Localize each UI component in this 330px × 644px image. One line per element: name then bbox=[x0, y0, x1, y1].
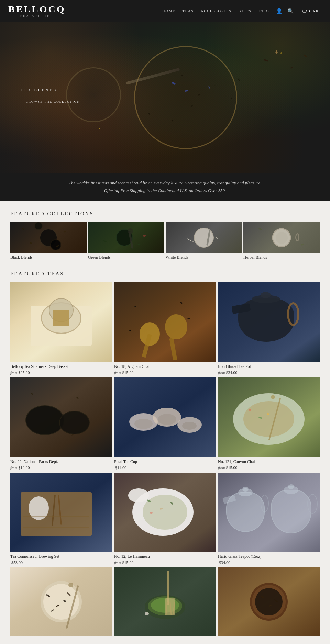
search-icon[interactable]: 🔍 bbox=[287, 8, 294, 14]
nav-teas[interactable]: TEAS bbox=[182, 9, 194, 13]
tea-item-national-parks[interactable]: No. 22, National Parks Dept. from$19.00 bbox=[10, 377, 112, 471]
tea-afghani-price: from$15.00 bbox=[114, 370, 216, 375]
collection-green-label: Green Blends bbox=[88, 255, 164, 260]
collection-herbal-img bbox=[243, 222, 320, 253]
collections-grid: Black Blends Green Blends bbox=[10, 222, 320, 260]
bottom-item-3[interactable] bbox=[218, 567, 320, 636]
tea-petalcup-img-wrap bbox=[114, 377, 216, 457]
tea-ironteapot-price: from$34.00 bbox=[218, 370, 320, 375]
user-icon[interactable]: 👤 bbox=[276, 8, 283, 14]
nav-gifts[interactable]: GIFTS bbox=[239, 9, 252, 13]
tea-ironteapot-img-wrap bbox=[218, 282, 320, 362]
tea-afghani-name: No. 18, Afghani Chai bbox=[114, 364, 216, 370]
bottom-item-2[interactable] bbox=[114, 567, 216, 636]
collection-black-label: Black Blends bbox=[10, 255, 87, 260]
tea-hario-img-wrap bbox=[218, 473, 320, 552]
tagline-bar: The world's finest teas and scents shoul… bbox=[0, 173, 330, 201]
tea-strainer-img bbox=[10, 282, 112, 362]
tea-afghani-img-wrap bbox=[114, 282, 216, 362]
logo-sub: TEA ATELIER bbox=[8, 15, 65, 18]
tea-brewingset-name: Tea Connoisseur Brewing Set bbox=[10, 554, 112, 560]
tea-canyonchai-name: No. 121, Canyon Chai bbox=[218, 459, 320, 465]
svg-point-1 bbox=[305, 13, 306, 13]
tea-petalcup-img bbox=[114, 377, 216, 457]
tea-lehammeau-name: No. 12, Le Hammeau bbox=[114, 554, 216, 560]
tea-item-hario[interactable]: Hario Glass Teapot (15oz) $34.00 bbox=[218, 473, 320, 566]
svg-point-0 bbox=[303, 13, 304, 13]
tea-item-le-hammeau[interactable]: No. 12, Le Hammeau from$15.00 bbox=[114, 473, 216, 566]
tea-strainer-price: from$25.00 bbox=[10, 370, 112, 375]
hero-tag: TEA BLENDS bbox=[21, 88, 85, 92]
cart-button[interactable]: CART bbox=[301, 9, 322, 13]
nav-accessories[interactable]: ACCESSORIES bbox=[201, 9, 232, 13]
nav-home[interactable]: HOME bbox=[162, 9, 175, 13]
main-content: FEATURED COLLECTIONS Black Blends bbox=[0, 201, 330, 644]
collection-herbal-blends[interactable]: Herbal Blends bbox=[243, 222, 320, 260]
tagline: The world's finest teas and scents shoul… bbox=[14, 179, 316, 194]
tagline-line1: The world's finest teas and scents shoul… bbox=[69, 180, 262, 185]
featured-teas-title: FEATURED TEAS bbox=[10, 271, 320, 277]
collection-white-img bbox=[166, 222, 242, 253]
cart-icon bbox=[301, 9, 307, 13]
hero-banner: ✦ TEA BLENDS BROWSE THE COLLECTION bbox=[0, 22, 330, 173]
collection-herbal-label: Herbal Blends bbox=[243, 255, 320, 260]
tea-item-afghani[interactable]: No. 18, Afghani Chai from$15.00 bbox=[114, 282, 216, 375]
nav-icons: 👤 🔍 bbox=[276, 8, 294, 14]
tea-national-price: from$19.00 bbox=[10, 465, 112, 471]
nav-links: HOME TEAS ACCESSORIES GIFTS INFO 👤 🔍 CAR… bbox=[162, 8, 322, 14]
tea-item-iron-teapot[interactable]: Iron Glazed Tea Pot from$34.00 bbox=[218, 282, 320, 375]
navigation: BELLOCQ TEA ATELIER HOME TEAS ACCESSORIE… bbox=[0, 0, 330, 22]
tea-item-petal-cup[interactable]: Petal Tea Cup $14.00 bbox=[114, 377, 216, 471]
collection-black-blends[interactable]: Black Blends bbox=[10, 222, 87, 260]
nav-info[interactable]: INFO bbox=[258, 9, 270, 13]
collection-green-img bbox=[88, 222, 164, 253]
tagline-line2: Offering Free Shipping to the Continenta… bbox=[104, 188, 226, 193]
tea-national-img bbox=[10, 377, 112, 457]
tea-canyonchai-img bbox=[218, 377, 320, 457]
collection-white-blends[interactable]: White Blends bbox=[166, 222, 242, 260]
tea-petalcup-price: $14.00 bbox=[114, 465, 216, 471]
logo[interactable]: BELLOCQ TEA ATELIER bbox=[8, 4, 65, 18]
collection-black-img bbox=[10, 222, 87, 253]
cart-label: CART bbox=[309, 9, 322, 13]
logo-brand: BELLOCQ bbox=[8, 4, 65, 14]
tea-hario-name: Hario Glass Teapot (15oz) bbox=[218, 554, 320, 560]
hero-background: ✦ TEA BLENDS BROWSE THE COLLECTION bbox=[0, 22, 330, 173]
tea-hario-price: $34.00 bbox=[218, 560, 320, 565]
collections-title: FEATURED COLLECTIONS bbox=[10, 211, 320, 217]
hero-plate-large bbox=[134, 46, 237, 149]
tea-lehammeau-img bbox=[114, 473, 216, 552]
tea-brewingset-img-wrap bbox=[10, 473, 112, 552]
tea-canyonchai-img-wrap bbox=[218, 377, 320, 457]
hero-cta-button[interactable]: BROWSE THE COLLECTION bbox=[21, 95, 85, 107]
hero-content: TEA BLENDS BROWSE THE COLLECTION bbox=[21, 88, 85, 107]
tea-lehammeau-price: from$15.00 bbox=[114, 560, 216, 565]
tea-strainer-name: Bellocq Tea Strainer - Deep Basket bbox=[10, 364, 112, 370]
tea-ironteapot-name: Iron Glazed Tea Pot bbox=[218, 364, 320, 370]
tea-brewingset-price: $53.00 bbox=[10, 560, 112, 565]
tea-item-strainer[interactable]: Bellocq Tea Strainer - Deep Basket from$… bbox=[10, 282, 112, 375]
tea-lehammeau-img-wrap bbox=[114, 473, 216, 552]
collection-green-blends[interactable]: Green Blends bbox=[88, 222, 164, 260]
tea-item-brewing-set[interactable]: Tea Connoisseur Brewing Set $53.00 bbox=[10, 473, 112, 566]
tea-national-name: No. 22, National Parks Dept. bbox=[10, 459, 112, 465]
hero-cta-label: BROWSE THE COLLECTION bbox=[26, 100, 80, 103]
tea-brewingset-img bbox=[10, 473, 112, 552]
tea-national-img-wrap bbox=[10, 377, 112, 457]
bottom-row bbox=[10, 567, 320, 636]
tea-canyonchai-price: from$15.00 bbox=[218, 465, 320, 471]
tea-item-canyon-chai[interactable]: No. 121, Canyon Chai from$15.00 bbox=[218, 377, 320, 471]
tea-petalcup-name: Petal Tea Cup bbox=[114, 459, 216, 465]
bottom-item-1[interactable] bbox=[10, 567, 112, 636]
tea-hario-img bbox=[218, 473, 320, 552]
tea-ironteapot-img bbox=[218, 282, 320, 362]
collection-white-label: White Blends bbox=[166, 255, 242, 260]
teas-grid: Bellocq Tea Strainer - Deep Basket from$… bbox=[10, 282, 320, 565]
tea-strainer-img-wrap bbox=[10, 282, 112, 362]
tea-afghani-img bbox=[114, 282, 216, 362]
